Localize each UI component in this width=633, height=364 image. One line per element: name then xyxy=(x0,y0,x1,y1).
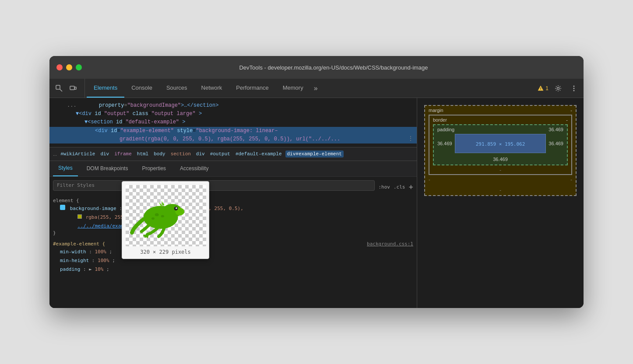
bottom-outer: - xyxy=(499,187,501,192)
svg-point-13 xyxy=(176,207,177,209)
tab-memory[interactable]: Memory xyxy=(276,79,310,98)
css-file-ref[interactable]: background.css:1 xyxy=(367,241,413,247)
css-selector: #example-element { xyxy=(53,241,105,247)
tab-styles[interactable]: Styles xyxy=(53,161,78,176)
svg-point-16 xyxy=(151,217,155,220)
svg-rect-2 xyxy=(70,86,74,90)
css-rule-header: #example-element { background.css:1 xyxy=(53,241,413,247)
add-rule-button[interactable]: + xyxy=(408,183,413,191)
breadcrumb-item[interactable]: body xyxy=(152,150,167,158)
svg-rect-3 xyxy=(74,87,76,89)
svg-point-14 xyxy=(155,213,159,216)
tab-performance[interactable]: Performance xyxy=(229,79,275,98)
border-bottom-value: - xyxy=(499,167,501,172)
breadcrumb-item-active[interactable]: div#example-element xyxy=(285,150,344,158)
image-tooltip: 320 × 229 pixels xyxy=(122,181,209,259)
right-padding: 36.469 xyxy=(546,141,563,146)
css-property-value-cont: rgba(255, 255, 0, 0.5)), url( xyxy=(53,213,413,222)
svg-rect-0 xyxy=(56,85,60,89)
breadcrumb-item[interactable]: section xyxy=(169,150,193,158)
breadcrumb-item[interactable]: #output xyxy=(208,150,232,158)
svg-point-6 xyxy=(573,85,575,87)
tab-sources[interactable]: Sources xyxy=(159,79,194,98)
box-model: margin - border - xyxy=(417,98,584,308)
breadcrumb-item[interactable]: div xyxy=(98,150,111,158)
breadcrumb: ... #wikiArticle div iframe html body se… xyxy=(49,147,417,161)
margin-value: - xyxy=(570,108,572,113)
hov-button[interactable]: :hov xyxy=(378,184,390,190)
devtools-window: DevTools - developer.mozilla.org/en-US/d… xyxy=(49,56,584,308)
svg-text:!: ! xyxy=(540,87,542,91)
image-dimensions: 320 × 229 pixels xyxy=(126,249,205,255)
html-line-selected[interactable]: <div id="example-element" style="backgro… xyxy=(49,127,417,135)
css-prop-row: min-width : 100% ; xyxy=(60,248,413,256)
minimize-button[interactable] xyxy=(66,64,72,70)
line-options-icon[interactable]: ⋮ xyxy=(408,135,413,144)
bottom-padding: 36.469 xyxy=(493,157,508,162)
color-swatch-2[interactable] xyxy=(77,214,82,219)
tab-properties[interactable]: Properties xyxy=(137,161,171,176)
html-line: ▼<div id="output" class="output large" > xyxy=(49,110,417,118)
tab-elements[interactable]: Elements xyxy=(87,79,124,98)
css-prop-row: min-height : 100% ; xyxy=(60,256,413,265)
cls-button[interactable]: .cls xyxy=(394,184,405,190)
css-property-name: background-image xyxy=(70,206,116,211)
close-button[interactable] xyxy=(56,64,63,70)
filter-styles-input[interactable]: Filter Styles xyxy=(53,180,375,191)
inspector-icon[interactable] xyxy=(53,82,65,94)
left-padding: 36.469 xyxy=(437,141,455,146)
css-prop-row: padding : ► 10% ; xyxy=(60,265,413,274)
element-style-label: element { xyxy=(53,198,413,203)
breadcrumb-item[interactable]: #wikiArticle xyxy=(59,150,97,158)
responsive-design-icon[interactable] xyxy=(67,82,79,94)
property-checkbox[interactable] xyxy=(60,205,65,210)
content-box: 291.859 × 195.062 xyxy=(455,134,546,153)
window-title: DevTools - developer.mozilla.org/en-US/d… xyxy=(91,64,577,71)
border-label: border xyxy=(433,117,447,122)
css-file-link[interactable]: background.css:1 xyxy=(367,241,413,247)
outer-right-dash: - xyxy=(570,177,572,182)
more-options-icon[interactable] xyxy=(568,82,580,94)
padding-label: padding xyxy=(437,127,454,132)
border-value: - xyxy=(566,117,568,122)
html-line: ... property="backgroundImage">…</sectio… xyxy=(49,102,417,110)
outer-left-dash: - xyxy=(429,177,430,182)
breadcrumb-item[interactable]: iframe xyxy=(113,150,134,158)
maximize-button[interactable] xyxy=(76,64,82,70)
box-model-panel: margin - border - xyxy=(417,98,584,308)
more-tabs-button[interactable]: » xyxy=(310,79,321,98)
svg-line-1 xyxy=(60,89,62,91)
image-preview xyxy=(126,185,206,246)
devtools-toolbar: Elements Console Sources Network Perform… xyxy=(49,79,584,98)
breadcrumb-item[interactable]: div xyxy=(194,150,207,158)
html-viewer: ... property="backgroundImage">…</sectio… xyxy=(49,98,417,147)
tab-network[interactable]: Network xyxy=(194,79,229,98)
svg-point-7 xyxy=(573,88,575,89)
margin-label: margin xyxy=(429,108,443,113)
breadcrumb-overflow[interactable]: ... xyxy=(53,151,57,157)
toolbar-icons xyxy=(53,79,85,98)
padding-value: 36.469 xyxy=(549,127,563,132)
tab-console[interactable]: Console xyxy=(124,79,159,98)
html-line: ▼<section id="default-example" > xyxy=(49,118,417,126)
css-property-row: background-image : linear-gradient( rgba… xyxy=(53,204,413,213)
tab-dom-breakpoints[interactable]: DOM Breakpoints xyxy=(81,161,134,176)
sub-toolbar: Styles DOM Breakpoints Properties Access… xyxy=(49,161,417,177)
html-line-selected-cont: gradient(rgba(0, 0, 255, 0.5), rgba(255,… xyxy=(49,135,417,144)
content-size: 291.859 × 195.062 xyxy=(476,141,525,147)
toolbar-right: ! 1 xyxy=(538,79,580,98)
lizard-image xyxy=(130,187,191,240)
css-properties: min-width : 100% ; min-height : 100% ; xyxy=(53,248,413,273)
titlebar: DevTools - developer.mozilla.org/en-US/d… xyxy=(49,56,584,79)
svg-point-5 xyxy=(557,87,559,89)
breadcrumb-item[interactable]: #default-example xyxy=(234,150,284,158)
svg-point-15 xyxy=(161,215,164,217)
tab-accessibility[interactable]: Accessibility xyxy=(175,161,214,176)
warning-badge[interactable]: ! 1 xyxy=(538,85,549,91)
css-property-url: ../../media/examples/lizard.png ); xyxy=(53,222,413,231)
svg-point-8 xyxy=(573,90,575,91)
css-closing-brace: } xyxy=(53,230,413,236)
settings-icon[interactable] xyxy=(552,82,564,94)
breadcrumb-item[interactable]: html xyxy=(135,150,150,158)
